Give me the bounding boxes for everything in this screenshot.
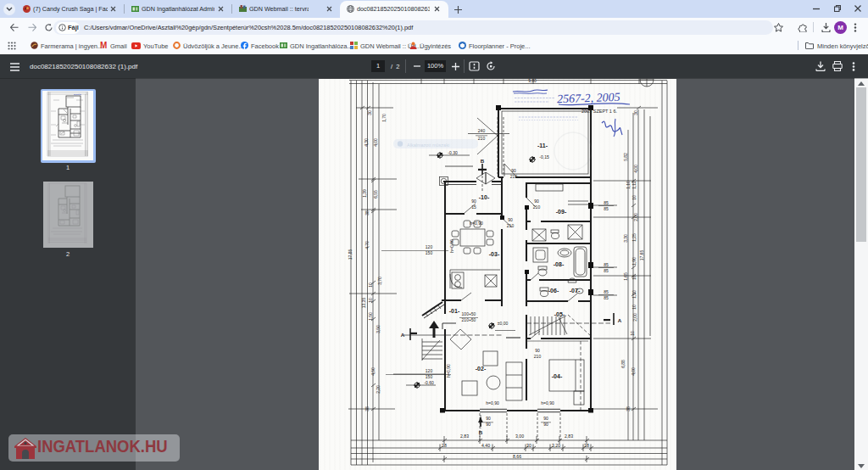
svg-text:90: 90	[508, 217, 513, 222]
svg-text:30: 30	[633, 110, 638, 115]
svg-text:85: 85	[604, 289, 609, 294]
svg-text:2,83: 2,83	[460, 434, 469, 439]
svg-text:2005 SZEPT 1 6.: 2005 SZEPT 1 6.	[581, 109, 618, 114]
svg-text:120: 120	[426, 368, 433, 373]
svg-text:A: A	[401, 332, 405, 338]
svg-text:2567-2, 2005: 2567-2, 2005	[557, 91, 620, 106]
svg-text:2,00: 2,00	[632, 313, 637, 322]
svg-text:-0,60: -0,60	[424, 380, 434, 385]
svg-text:85: 85	[604, 295, 609, 300]
svg-text:2,20: 2,20	[376, 385, 381, 394]
svg-text:85: 85	[604, 268, 609, 273]
svg-text:90: 90	[486, 416, 491, 421]
svg-text:10: 10	[632, 275, 637, 280]
svg-text:210: 210	[533, 204, 541, 210]
svg-text:240: 240	[478, 128, 486, 133]
svg-text:10: 10	[368, 298, 373, 303]
svg-text:90: 90	[543, 416, 548, 421]
svg-text:-03-: -03-	[489, 251, 500, 257]
svg-text:h=0,90: h=0,90	[446, 364, 451, 378]
svg-text:90: 90	[511, 168, 516, 173]
svg-text:120: 120	[426, 244, 433, 249]
svg-text:5,82: 5,82	[623, 153, 628, 161]
svg-text:210: 210	[478, 136, 486, 141]
svg-text:90: 90	[535, 348, 540, 353]
svg-text:A: A	[618, 317, 622, 323]
svg-text:150: 150	[426, 374, 433, 379]
svg-text:1,65: 1,65	[623, 272, 628, 281]
svg-text:210: 210	[534, 354, 542, 359]
svg-text:h=0,90: h=0,90	[449, 239, 454, 253]
svg-text:1,39: 1,39	[362, 189, 367, 198]
svg-text:38: 38	[364, 210, 370, 215]
svg-text:-0,15: -0,15	[539, 154, 549, 159]
svg-text:h=0,90: h=0,90	[470, 221, 483, 226]
svg-text:8,66: 8,66	[513, 454, 521, 459]
svg-text:4,40: 4,40	[481, 443, 490, 448]
svg-text:150: 150	[426, 250, 433, 255]
svg-text:1,10: 1,10	[632, 290, 637, 299]
svg-text:38: 38	[626, 406, 631, 411]
svg-text:17,65: 17,65	[639, 250, 644, 261]
svg-text:3,70: 3,70	[377, 277, 382, 285]
svg-text:B: B	[479, 429, 483, 435]
svg-text:30: 30	[367, 110, 372, 115]
svg-text:90: 90	[471, 199, 476, 204]
svg-text:38: 38	[584, 443, 589, 448]
svg-text:1,10: 1,10	[626, 181, 631, 189]
svg-text:30: 30	[526, 443, 531, 448]
svg-text:15: 15	[471, 204, 476, 210]
svg-text:210: 210	[510, 174, 518, 179]
svg-text:10: 10	[630, 331, 635, 336]
svg-text:1,90: 1,90	[632, 257, 637, 266]
svg-text:4,00: 4,00	[373, 138, 378, 147]
svg-text:1,12: 1,12	[632, 181, 637, 189]
svg-text:4,00: 4,00	[633, 165, 638, 173]
svg-text:85: 85	[604, 200, 609, 205]
svg-text:-01-: -01-	[449, 308, 460, 314]
svg-text:90: 90	[534, 199, 539, 204]
svg-text:-04-: -04-	[552, 373, 563, 379]
svg-text:4,30: 4,30	[364, 138, 369, 147]
svg-text:3,00: 3,00	[515, 434, 524, 439]
svg-text:9,80: 9,80	[528, 79, 537, 83]
svg-text:38: 38	[364, 406, 370, 411]
svg-text:-06-: -06-	[548, 288, 559, 294]
svg-text:h=0,90: h=0,90	[541, 400, 554, 406]
svg-text:3,50: 3,50	[376, 325, 381, 333]
svg-text:6,55: 6,55	[373, 190, 378, 199]
svg-text:-05-: -05-	[554, 311, 565, 317]
svg-text:210: 210	[507, 223, 515, 228]
svg-text:3,30: 3,30	[623, 234, 628, 243]
svg-text:1,50: 1,50	[368, 312, 373, 321]
svg-text:1,25: 1,25	[632, 233, 637, 242]
svg-text:85: 85	[604, 206, 609, 211]
svg-text:6,88: 6,88	[620, 360, 626, 368]
svg-text:4,50: 4,50	[370, 367, 376, 376]
svg-text:-10-: -10-	[479, 194, 490, 200]
svg-text:-0,30: -0,30	[448, 150, 458, 155]
svg-text:10: 10	[632, 195, 637, 200]
svg-text:-11-: -11-	[537, 143, 548, 148]
svg-text:-02-: -02-	[476, 366, 487, 372]
svg-text:2,83: 2,83	[565, 434, 573, 439]
svg-text:h=0,90: h=0,90	[486, 400, 499, 406]
svg-text:4,70: 4,70	[364, 241, 370, 249]
svg-text:±0,00: ±0,00	[498, 321, 509, 326]
svg-text:17,85: 17,85	[348, 249, 353, 260]
svg-text:2,00: 2,00	[633, 213, 638, 221]
svg-text:4,00: 4,00	[631, 367, 636, 376]
svg-text:1,70: 1,70	[381, 114, 387, 122]
svg-text:B: B	[481, 158, 485, 164]
svg-text:-09-: -09-	[556, 209, 567, 215]
svg-text:38: 38	[442, 443, 447, 448]
svg-text:85: 85	[604, 262, 609, 267]
svg-text:3,20: 3,20	[552, 443, 560, 448]
svg-text:10: 10	[632, 305, 637, 310]
svg-text:-08-: -08-	[554, 261, 565, 267]
svg-text:10: 10	[368, 283, 373, 288]
svg-text:100+50: 100+50	[462, 311, 476, 316]
svg-text:13,35: 13,35	[361, 298, 366, 309]
svg-text:Alkalmazott mûszaki: Alkalmazott mûszaki	[407, 143, 449, 148]
svg-text:-07-: -07-	[570, 288, 581, 294]
